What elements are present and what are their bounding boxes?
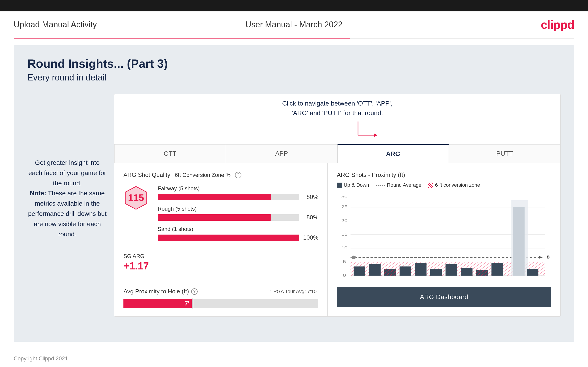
page-title: Round Insights... (Part 3): [27, 57, 561, 70]
main-content: Round Insights... (Part 3) Every round i…: [14, 45, 574, 342]
bar-rows: Fairway (5 shots) 80% Rough: [158, 185, 318, 246]
legend-roundavg: Round Average: [376, 182, 421, 188]
hex-number: 115: [128, 192, 144, 203]
arg-dashboard-button[interactable]: ARG Dashboard: [337, 287, 551, 307]
legend-label-conversion: 6 ft conversion zone: [435, 182, 480, 188]
chart-header: ARG Shots - Proximity (ft) Up & Down Rou…: [337, 171, 551, 193]
bar-label-fairway: Fairway (5 shots): [158, 185, 318, 192]
big-card: Click to navigate between 'OTT', 'APP','…: [114, 94, 561, 317]
chart-area: 0 5 10 15 20 25 30: [337, 196, 551, 283]
upload-label[interactable]: Upload Manual Activity: [14, 20, 97, 29]
prox-bar-bg: 7': [123, 299, 318, 308]
svg-rect-34: [513, 207, 525, 275]
tab-putt[interactable]: PUTT: [449, 144, 560, 163]
bar-pct-sand: 100%: [302, 234, 318, 241]
bar-label-rough: Rough (5 shots): [158, 206, 318, 212]
svg-text:20: 20: [341, 218, 347, 223]
proximity-header: Avg Proximity to Hole (ft) ? ↑ PGA Tour …: [123, 288, 318, 295]
header-divider: [14, 38, 574, 39]
nav-annotation: Click to navigate between 'OTT', 'APP','…: [282, 99, 393, 118]
page-subtitle: Every round in detail: [27, 73, 561, 83]
svg-rect-36: [384, 269, 396, 275]
bar-label-sand: Sand (1 shots): [158, 226, 318, 232]
legend-dash-roundavg: [376, 185, 385, 185]
bar-bg-fairway: [158, 194, 299, 200]
prox-val: 7': [185, 300, 189, 307]
section-header: ARG Shot Quality 6ft Conversion Zone % ?: [123, 171, 318, 178]
svg-rect-33: [492, 263, 503, 275]
sg-section: SG ARG +1.17: [123, 253, 318, 272]
legend-label-updown: Up & Down: [344, 182, 369, 188]
svg-rect-27: [399, 267, 411, 275]
svg-text:25: 25: [341, 205, 347, 209]
bar-bg-rough: [158, 214, 299, 221]
right-panel: ARG Shots - Proximity (ft) Up & Down Rou…: [328, 163, 560, 317]
svg-rect-31: [461, 268, 473, 275]
svg-marker-2: [374, 133, 377, 137]
bar-bg-sand: [158, 234, 299, 241]
conversion-label: 6ft Conversion Zone %: [175, 172, 230, 178]
info-icon[interactable]: ?: [235, 172, 242, 178]
bar-fill-rough: [158, 214, 271, 221]
bar-track-fairway: 80%: [158, 193, 318, 200]
logo: clippd: [541, 18, 574, 32]
chart-title: ARG Shots - Proximity (ft): [337, 171, 405, 178]
svg-text:5: 5: [343, 259, 346, 264]
tab-arg[interactable]: ARG: [337, 144, 449, 163]
header: Upload Manual Activity User Manual - Mar…: [0, 11, 588, 38]
center-label: User Manual - March 2022: [245, 20, 343, 29]
bar-row-fairway: Fairway (5 shots) 80%: [158, 185, 318, 200]
tab-app[interactable]: APP: [226, 144, 337, 163]
sg-label: SG ARG: [123, 253, 318, 259]
sg-value: +1.17: [123, 260, 318, 272]
bar-fill-fairway: [158, 194, 271, 200]
proximity-title-row: Avg Proximity to Hole (ft) ?: [123, 288, 198, 295]
svg-rect-24: [354, 267, 365, 275]
tab-bar: OTT APP ARG PUTT: [114, 144, 560, 163]
legend-label-roundavg: Round Average: [387, 182, 421, 188]
svg-text:8: 8: [547, 255, 550, 259]
proximity-label: Avg Proximity to Hole (ft): [123, 288, 189, 295]
hex-score: 115: [123, 185, 148, 210]
svg-marker-21: [539, 256, 543, 259]
hex-score-row: 115 Fairway (5 shots) 80%: [123, 185, 318, 246]
bar-pct-rough: 80%: [302, 214, 318, 221]
svg-rect-25: [369, 264, 380, 275]
legend-hatch-conversion: [428, 183, 433, 188]
copyright: Copyright Clippd 2021: [14, 355, 68, 361]
left-panel: ARG Shot Quality 6ft Conversion Zone % ?…: [114, 163, 328, 317]
shot-quality-label: ARG Shot Quality: [123, 171, 170, 178]
card-body: ARG Shot Quality 6ft Conversion Zone % ?…: [114, 163, 560, 317]
svg-text:10: 10: [341, 246, 347, 250]
proximity-section: Avg Proximity to Hole (ft) ? ↑ PGA Tour …: [123, 281, 318, 308]
chart-legend: Up & Down Round Average 6 ft conversion …: [337, 182, 480, 188]
arrow-svg: [356, 119, 383, 144]
svg-rect-28: [415, 263, 427, 275]
annotation-area: Click to navigate between 'OTT', 'APP','…: [114, 94, 560, 144]
bar-pct-fairway: 80%: [302, 193, 318, 200]
svg-text:30: 30: [341, 196, 347, 199]
svg-point-20: [352, 256, 356, 259]
footer: Copyright Clippd 2021: [0, 349, 588, 367]
bar-fill-sand: [158, 234, 299, 241]
pga-avg: ↑ PGA Tour Avg: 7'10": [269, 289, 318, 294]
prox-bar-track: 7': [123, 299, 318, 308]
left-note: Get greater insight into each facet of y…: [27, 158, 107, 239]
legend-updown: Up & Down: [337, 182, 369, 188]
prox-bar-fill: 7': [123, 299, 192, 308]
content-layout: Get greater insight into each facet of y…: [27, 94, 561, 317]
svg-rect-30: [446, 264, 457, 275]
note-bold: Note:: [30, 190, 46, 197]
tab-ott[interactable]: OTT: [114, 144, 226, 163]
prox-cursor: [193, 298, 193, 309]
legend-conversion: 6 ft conversion zone: [428, 182, 480, 188]
proximity-info-icon[interactable]: ?: [191, 288, 198, 295]
top-bar: [0, 0, 588, 11]
bar-track-rough: 80%: [158, 214, 318, 221]
bar-row-rough: Rough (5 shots) 80%: [158, 206, 318, 221]
svg-rect-35: [527, 269, 538, 275]
legend-square-updown: [337, 183, 342, 188]
bar-row-sand: Sand (1 shots) 100%: [158, 226, 318, 241]
chart-svg: 0 5 10 15 20 25 30: [337, 196, 551, 283]
svg-rect-37: [476, 270, 488, 275]
